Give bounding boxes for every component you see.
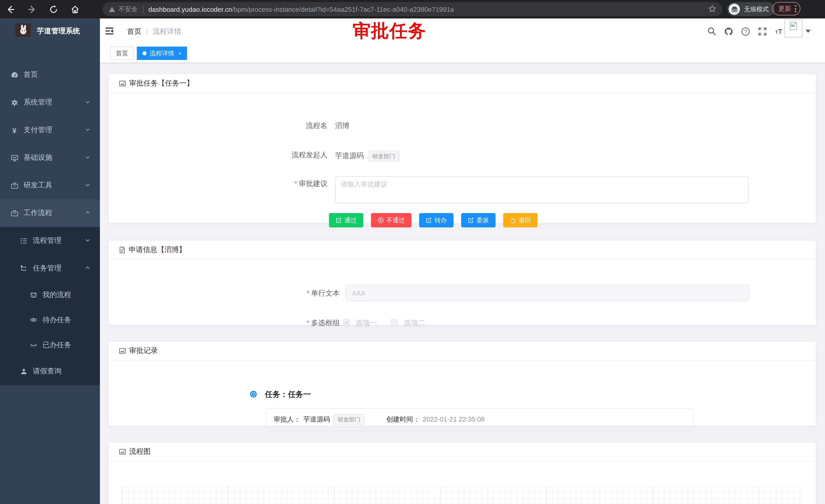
avatar[interactable] xyxy=(784,19,803,37)
sidebar-item-label: 首页 xyxy=(23,70,38,79)
browser-nav-buttons xyxy=(4,0,79,18)
sidebar-item-label: 系统管理 xyxy=(23,98,52,107)
briefcase-icon xyxy=(10,209,18,217)
create-time-label: 创建时间： xyxy=(386,415,420,424)
toolbox-icon xyxy=(10,182,18,189)
card-title: 流程图 xyxy=(129,447,151,456)
sidebar-item-infra[interactable]: 基础设施 xyxy=(0,144,100,172)
screen: 不安全 dashboard.yudao.iocoder.cn/bpm/proce… xyxy=(0,0,825,504)
approve-card-body: 流程名 滔博 流程发起人 芋道源码 研发部门 *审批建议 通过 不通过 转办 xyxy=(108,93,816,224)
reject-button[interactable]: 不通过 xyxy=(371,213,411,228)
breadcrumb-current: 流程详情 xyxy=(153,27,181,36)
sidebar-item-system[interactable]: 系统管理 xyxy=(0,89,100,116)
chevron-down-icon xyxy=(85,181,91,189)
sidebar: 芋道管理系统 首页 系统管理 ¥ 支付管理 基础设施 研发工具 xyxy=(0,18,100,504)
avatar-dropdown-caret[interactable] xyxy=(806,30,811,33)
record-detail-card: 审批人： 芋道源码 研发部门 创建时间： 2022-01-21 22:35:08 xyxy=(266,408,693,430)
app-logo-row[interactable]: 芋道管理系统 xyxy=(0,18,100,44)
bookmark-star-icon[interactable] xyxy=(708,4,717,14)
button-label: 委派 xyxy=(476,216,489,225)
single-line-text-input xyxy=(346,285,749,301)
sidebar-item-task-mgmt[interactable]: 任务管理 xyxy=(0,255,100,282)
approver-label: 审批人： xyxy=(274,415,300,424)
app-title: 芋道管理系统 xyxy=(37,27,80,36)
pass-button[interactable]: 通过 xyxy=(329,213,363,228)
yen-icon: ¥ xyxy=(10,126,18,134)
sidebar-item-workflow[interactable]: 工作流程 xyxy=(0,199,100,227)
person-icon xyxy=(19,367,28,375)
address-bar[interactable]: 不安全 dashboard.yudao.iocoder.cn/bpm/proce… xyxy=(102,2,723,16)
help-icon[interactable]: ? xyxy=(741,27,750,36)
process-name-label: 流程名 xyxy=(306,121,327,131)
button-label: 不通过 xyxy=(386,216,405,225)
search-icon[interactable] xyxy=(707,27,717,36)
url-text: dashboard.yudao.iocoder.cn/bpm/process-i… xyxy=(148,5,454,13)
required-asterisk: * xyxy=(307,289,309,297)
tab-process-detail[interactable]: 流程详情 × xyxy=(137,47,187,60)
dashboard-icon xyxy=(10,71,18,79)
bpmn-canvas[interactable] xyxy=(122,486,804,504)
chevron-up-icon xyxy=(85,264,91,272)
sidebar-item-todo-tasks[interactable]: 待办任务 xyxy=(0,307,100,332)
checkbox-option-1 xyxy=(343,319,350,326)
dept-tag: 研发部门 xyxy=(368,151,400,162)
browser-update-button[interactable]: 更新 xyxy=(772,2,801,15)
security-status[interactable]: 不安全 xyxy=(108,5,138,14)
monitor-icon xyxy=(10,154,18,162)
initiator-value: 芋道源码 研发部门 xyxy=(335,151,400,162)
active-tab-dot xyxy=(142,51,147,55)
sidebar-item-payment[interactable]: ¥ 支付管理 xyxy=(0,116,100,144)
chevron-down-icon xyxy=(85,154,91,162)
breadcrumb-home[interactable]: 首页 xyxy=(127,27,141,36)
broken-image-icon xyxy=(789,21,798,30)
sidebar-item-process-mgmt[interactable]: 流程管理 xyxy=(0,227,100,255)
tab-home[interactable]: 首页 xyxy=(110,47,134,60)
forward-icon[interactable] xyxy=(28,5,36,14)
svg-text:T: T xyxy=(778,28,782,35)
reload-icon[interactable] xyxy=(49,5,58,14)
card-title: 审批任务【任务一】 xyxy=(129,79,194,88)
delegate-button[interactable]: 委派 xyxy=(461,213,496,228)
edit-icon xyxy=(468,217,474,223)
sidebar-item-label: 支付管理 xyxy=(23,125,52,135)
checkbox-option-2 xyxy=(391,319,398,326)
home-icon[interactable] xyxy=(71,5,79,14)
picture-icon xyxy=(119,80,126,87)
apply-info-card: 申请信息【滔博】 *单行文本 *多选框组 选项一 选项二 xyxy=(108,240,816,325)
sidebar-item-devtools[interactable]: 研发工具 xyxy=(0,172,100,199)
divider xyxy=(143,5,143,13)
approve-actions: 通过 不通过 转办 委派 退回 xyxy=(329,213,537,228)
button-label: 转办 xyxy=(435,216,447,225)
sidebar-item-leave-query[interactable]: 请假查询 xyxy=(0,357,100,385)
update-label: 更新 xyxy=(778,4,791,13)
sidebar-item-label: 请假查询 xyxy=(33,367,62,376)
tab-label: 流程详情 xyxy=(150,49,174,58)
back-icon[interactable] xyxy=(6,5,15,14)
chevron-up-icon xyxy=(85,209,91,217)
github-icon[interactable] xyxy=(724,27,733,36)
return-button[interactable]: 退回 xyxy=(503,213,537,228)
sidebar-item-my-process[interactable]: 我的流程 xyxy=(0,282,100,307)
svg-text:?: ? xyxy=(744,28,747,34)
font-size-icon[interactable]: TT xyxy=(775,27,784,36)
records-card-header: 审批记录 xyxy=(108,342,816,360)
check-icon xyxy=(344,320,349,325)
suggest-textarea[interactable] xyxy=(335,176,749,203)
sidebar-item-label: 工作流程 xyxy=(23,208,52,218)
transfer-button[interactable]: 转办 xyxy=(419,213,453,228)
edit-icon xyxy=(426,217,432,223)
suggest-label: *审批建议 xyxy=(294,179,327,188)
initiator-label: 流程发起人 xyxy=(292,151,327,160)
browser-menu-icon[interactable] xyxy=(795,5,796,12)
sidebar-collapse-icon[interactable] xyxy=(104,26,114,38)
card-title: 审批记录 xyxy=(129,346,158,355)
eye-icon xyxy=(29,316,38,324)
sidebar-item-home[interactable]: 首页 xyxy=(0,61,100,89)
checkbox-option-1-label: 选项一 xyxy=(356,319,377,328)
sidebar-item-label: 已办任务 xyxy=(43,340,71,350)
sidebar-item-done-tasks[interactable]: 已办任务 xyxy=(0,332,100,357)
tab-label: 首页 xyxy=(116,49,128,58)
browser-toolbar: 不安全 dashboard.yudao.iocoder.cn/bpm/proce… xyxy=(0,0,825,18)
tab-close-icon[interactable]: × xyxy=(178,50,182,56)
fullscreen-icon[interactable] xyxy=(758,27,767,36)
